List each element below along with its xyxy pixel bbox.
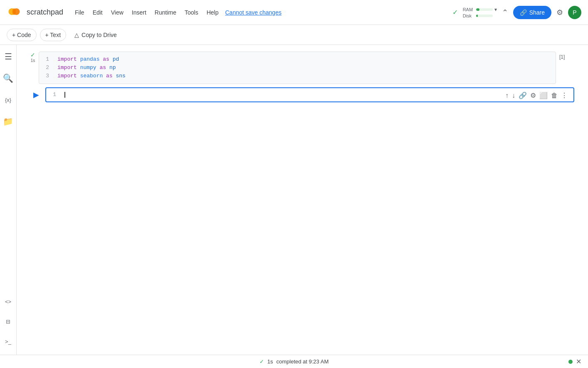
avatar-letter: P — [573, 9, 576, 16]
settings-icon[interactable]: ⚙ — [556, 8, 563, 17]
copy-to-drive-button[interactable]: △ Copy to Drive — [69, 29, 122, 41]
toolbar: + Code + Text △ Copy to Drive — [0, 25, 588, 45]
code-snippets-icon[interactable]: <> — [2, 295, 15, 308]
cell2-code-line-1 — [64, 91, 570, 99]
cell-2-line-numbers: 1 — [46, 91, 61, 99]
move-down-icon[interactable]: ↓ — [493, 55, 498, 64]
svg-point-2 — [12, 8, 16, 15]
search-icon[interactable]: 🔍 — [2, 72, 15, 85]
disk-bar — [476, 15, 493, 17]
add-code-button[interactable]: + Code — [7, 29, 37, 41]
status-dot-icon — [568, 360, 573, 364]
cell2-settings-icon[interactable]: ⚙ — [529, 91, 537, 100]
avatar[interactable]: P — [568, 6, 581, 19]
ram-bar — [476, 8, 493, 11]
app-title: scratchpad — [27, 8, 63, 17]
command-palette-icon[interactable]: ⊟ — [2, 315, 15, 328]
cell-2-content[interactable]: ↑ ↓ 🔗 ⚙ ⬜ 🗑 ⋮ 1 — [45, 87, 574, 102]
disk-label: Disk — [463, 13, 474, 18]
menu-tools[interactable]: Tools — [181, 7, 202, 18]
line-num-2: 2 — [46, 64, 49, 72]
ram-bar-fill — [476, 8, 479, 11]
expand-icon[interactable]: ⬜ — [521, 54, 531, 64]
cell-1-run-indicator: ✓ 1s — [30, 52, 35, 63]
menu-bar: File Edit View Insert Runtime Tools Help… — [72, 7, 447, 18]
cell-1-content[interactable]: ↑ ↓ 🔗 ⚙ ⬜ 🗑 ⋮ 1 2 3 — [39, 52, 556, 84]
cell2-move-down-icon[interactable]: ↓ — [511, 91, 516, 100]
code-line-1: import pandas as pd — [57, 55, 552, 64]
menu-file[interactable]: File — [72, 7, 88, 18]
menu-help[interactable]: Help — [203, 7, 222, 18]
code-line-2: import numpy as np — [57, 64, 552, 72]
status-check-icon: ✓ — [259, 358, 264, 365]
files-icon[interactable]: 📁 — [2, 115, 15, 128]
status-right: ✕ — [568, 358, 581, 366]
cell2-move-up-icon[interactable]: ↑ — [504, 91, 509, 100]
left-sidebar: ☰ 🔍 {x} 📁 <> ⊟ >_ — [0, 45, 17, 355]
code-line-3: import seaborn as sns — [57, 72, 552, 80]
cell-1-check-icon: ✓ — [30, 52, 35, 58]
cell2-link-icon[interactable]: 🔗 — [518, 91, 528, 100]
cell-2-code: 1 — [46, 88, 573, 101]
disk-bar-fill — [476, 15, 478, 17]
cell2-expand-icon[interactable]: ⬜ — [539, 91, 548, 100]
cell2-more-icon[interactable]: ⋮ — [560, 91, 568, 100]
menu-view[interactable]: View — [108, 7, 127, 18]
terminal-icon[interactable]: >_ — [2, 335, 15, 348]
line-num-3: 3 — [46, 72, 49, 80]
cell-1-run-label: [1] — [559, 54, 565, 60]
table-of-contents-icon[interactable]: ☰ — [2, 50, 15, 63]
top-right: ✓ RAM ▾ Disk ⌃ 🔗 Share ⚙ P — [452, 6, 581, 19]
copy-to-drive-label: Copy to Drive — [82, 32, 117, 38]
menu-edit[interactable]: Edit — [89, 7, 106, 18]
cell-2-toolbar: ↑ ↓ 🔗 ⚙ ⬜ 🗑 ⋮ — [503, 90, 570, 101]
ram-label: RAM — [463, 7, 474, 12]
menu-runtime[interactable]: Runtime — [151, 7, 180, 18]
variables-icon[interactable]: {x} — [2, 93, 15, 106]
ram-disk-indicator[interactable]: RAM ▾ Disk — [463, 7, 497, 18]
colab-logo[interactable] — [7, 4, 22, 21]
close-status-icon[interactable]: ✕ — [576, 358, 581, 366]
text-cursor — [64, 92, 65, 98]
main-content: ☰ 🔍 {x} 📁 <> ⊟ >_ ✓ 1s ↑ ↓ — [0, 45, 588, 355]
cannot-save-link[interactable]: Cannot save changes — [225, 9, 281, 16]
cell2-delete-icon[interactable]: 🗑 — [550, 91, 558, 100]
cell2-line-num-1: 1 — [53, 91, 56, 99]
delete-icon[interactable]: 🗑 — [532, 55, 541, 64]
cell-1-code: 1 2 3 import pandas as pd import numpy a… — [39, 52, 556, 84]
status-bar: ✓ 1s completed at 9:23 AM ✕ — [0, 355, 588, 368]
code-cell-2: ▶ ↑ ↓ 🔗 ⚙ ⬜ 🗑 ⋮ 1 — [24, 87, 581, 102]
status-time: 1s — [267, 358, 273, 365]
code-cell-1: ✓ 1s ↑ ↓ 🔗 ⚙ ⬜ 🗑 ⋮ 1 — [24, 52, 581, 84]
top-bar: scratchpad File Edit View Insert Runtime… — [0, 0, 588, 25]
cell-2-lines[interactable] — [61, 91, 573, 99]
cell-1-run-time: 1s — [31, 58, 35, 63]
share-link-icon: 🔗 — [520, 9, 527, 16]
link-icon[interactable]: 🔗 — [500, 54, 510, 64]
cell-1-lines: import pandas as pd import numpy as np i… — [54, 55, 556, 80]
cell-2-run-btn-container: ▶ — [30, 87, 42, 101]
share-button[interactable]: 🔗 Share — [513, 6, 551, 19]
status-completed-text: completed at 9:23 AM — [276, 358, 329, 365]
more-options-icon[interactable]: ⋮ — [542, 54, 551, 64]
chevron-down-icon[interactable]: ▾ — [494, 7, 497, 12]
menu-insert[interactable]: Insert — [128, 7, 150, 18]
share-label: Share — [529, 9, 545, 16]
drive-icon: △ — [74, 32, 79, 38]
connected-check-icon: ✓ — [452, 8, 458, 16]
notebook: ✓ 1s ↑ ↓ 🔗 ⚙ ⬜ 🗑 ⋮ 1 — [17, 45, 588, 355]
line-num-1: 1 — [46, 55, 49, 64]
run-cell-2-button[interactable]: ▶ — [30, 89, 42, 101]
cell-settings-icon[interactable]: ⚙ — [511, 54, 519, 64]
cell-1-line-numbers: 1 2 3 — [39, 55, 54, 80]
add-text-button[interactable]: + Text — [40, 29, 67, 41]
collapse-icon[interactable]: ⌃ — [502, 8, 508, 17]
move-up-icon[interactable]: ↑ — [487, 55, 492, 64]
